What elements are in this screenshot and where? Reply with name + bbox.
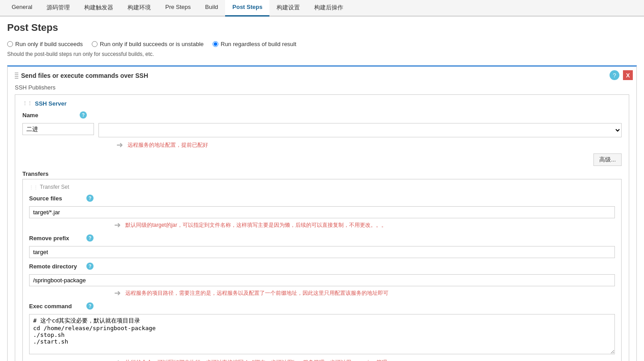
radio-input-radio1[interactable] bbox=[7, 41, 13, 47]
name-field-label: Name bbox=[22, 112, 76, 119]
input-remote-directory[interactable] bbox=[29, 274, 615, 286]
ssh-publishers-label: SSH Publishers bbox=[15, 84, 629, 91]
name-help-icon[interactable]: ? bbox=[80, 111, 87, 119]
input-source-files[interactable] bbox=[29, 206, 615, 218]
radio-label-radio3: Run regardless of build result bbox=[221, 41, 296, 47]
field-row-source-files: Source files? bbox=[29, 195, 615, 202]
annotation-text-source-files: 默认同级的target的jar，可以指定到文件名称，这样填写主要是因为懒，后续的… bbox=[125, 221, 387, 229]
transfer-set-block: Transfer SetSource files? ➜ 默认同级的target的… bbox=[22, 179, 622, 361]
annotation-row-exec-command: ➜ 执行的命令，可以写好脚本执行，也可以直接编写shell脚本，也可以用linu… bbox=[29, 357, 615, 361]
arrow-icon: ➜ bbox=[114, 220, 121, 230]
field-label-remote-directory: Remote directory bbox=[29, 263, 83, 270]
ssh-section-card: X?Send files or execute commands over SS… bbox=[7, 65, 637, 361]
field-label-remove-prefix: Remove prefix bbox=[29, 235, 83, 242]
annotation-name-row: ➜ 远程服务的地址配置，提前已配好 bbox=[22, 140, 622, 150]
radio-option-radio3[interactable]: Run regardless of build result bbox=[213, 41, 296, 47]
transfers-label: Transfers bbox=[22, 170, 622, 177]
annotation-text-remote-directory: 远程服务的项目路径，需要注意的是，远程服务以及配置了一个前缀地址，因此这里只用配… bbox=[125, 289, 388, 297]
annotation-row-source-files: ➜ 默认同级的target的jar，可以指定到文件名称，这样填写主要是因为懒，后… bbox=[29, 220, 615, 230]
arrow-icon: ➜ bbox=[114, 357, 121, 361]
field-row-exec-command: Exec command? bbox=[29, 302, 615, 310]
field-row-remote-directory: Remote directory? bbox=[29, 263, 615, 270]
tab-build[interactable]: Build bbox=[198, 0, 225, 17]
remove-section-button[interactable]: X bbox=[623, 70, 633, 80]
top-nav: General源码管理构建触发器构建环境Pre StepsBuildPost S… bbox=[0, 0, 644, 17]
help-icon-exec-command[interactable]: ? bbox=[86, 302, 94, 310]
tab-poststeps[interactable]: Post Steps bbox=[225, 0, 269, 17]
ssh-server-block: SSH ServerName? ➜ 远程服务的地址配置，提前已配好 高级...T… bbox=[15, 94, 629, 361]
transfer-set-title: Transfer Set bbox=[29, 184, 615, 190]
tab-after[interactable]: 构建后操作 bbox=[307, 0, 350, 17]
ssh-server-title: SSH Server bbox=[22, 100, 622, 107]
name-input[interactable] bbox=[22, 123, 94, 135]
tab-settings[interactable]: 构建设置 bbox=[269, 0, 307, 17]
name-field-row: Name? bbox=[22, 111, 622, 119]
section-title: Send files or execute commands over SSH bbox=[15, 72, 629, 80]
section-help-button[interactable]: ? bbox=[610, 70, 619, 80]
help-icon-remove-prefix[interactable]: ? bbox=[86, 234, 94, 242]
name-input-dropdown-row bbox=[22, 123, 622, 137]
input-remove-prefix[interactable] bbox=[29, 246, 615, 258]
name-dropdown[interactable] bbox=[98, 123, 622, 137]
annotation-name-text: 远程服务的地址配置，提前已配好 bbox=[128, 141, 208, 149]
advanced-button[interactable]: 高级... bbox=[593, 153, 622, 166]
radio-input-radio3[interactable] bbox=[213, 41, 218, 47]
tab-yuanma[interactable]: 源码管理 bbox=[39, 0, 77, 17]
hint-text: Should the post-build steps run only for… bbox=[0, 50, 644, 62]
page-title: Post Steps bbox=[0, 17, 644, 38]
field-label-exec-command: Exec command bbox=[29, 303, 83, 310]
radio-option-radio1[interactable]: Run only if build succeeds bbox=[7, 41, 83, 47]
input-exec-command[interactable]: # 这个cd其实没必要，默认就在项目目录 cd /home/release/sp… bbox=[29, 314, 615, 354]
annotation-row-remote-directory: ➜ 远程服务的项目路径，需要注意的是，远程服务以及配置了一个前缀地址，因此这里只… bbox=[29, 288, 615, 298]
radio-label-radio1: Run only if build succeeds bbox=[15, 41, 83, 47]
arrow-icon: ➜ bbox=[116, 140, 123, 150]
field-label-source-files: Source files bbox=[29, 195, 83, 202]
advanced-button-row: 高级... bbox=[22, 153, 622, 166]
tab-huanjing[interactable]: 构建环境 bbox=[120, 0, 158, 17]
help-icon-source-files[interactable]: ? bbox=[86, 195, 94, 202]
field-row-remove-prefix: Remove prefix? bbox=[29, 234, 615, 242]
tab-presteps[interactable]: Pre Steps bbox=[158, 0, 198, 17]
radio-label-radio2: Run only if build succeeds or is unstabl… bbox=[100, 41, 204, 47]
tab-gouzhu[interactable]: 构建触发器 bbox=[77, 0, 120, 17]
tab-general[interactable]: General bbox=[4, 0, 39, 17]
radio-options-row: Run only if build succeedsRun only if bu… bbox=[0, 38, 644, 50]
help-icon-remote-directory[interactable]: ? bbox=[86, 263, 94, 270]
name-input-wrap bbox=[22, 123, 94, 137]
arrow-icon: ➜ bbox=[114, 288, 121, 298]
radio-input-radio2[interactable] bbox=[92, 41, 98, 47]
annotation-text-exec-command: 执行的命令，可以写好脚本执行，也可以直接编写shell脚本，也可以用linux服… bbox=[125, 359, 387, 361]
radio-option-radio2[interactable]: Run only if build succeeds or is unstabl… bbox=[92, 41, 204, 47]
